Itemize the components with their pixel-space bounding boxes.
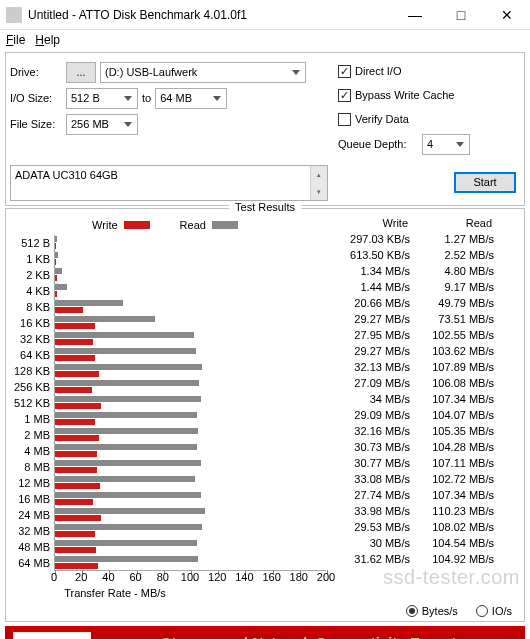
bar-row [55, 475, 326, 491]
to-label: to [142, 92, 151, 104]
menu-file[interactable]: File [6, 33, 25, 47]
direct-io-checkbox[interactable]: ✓ Direct I/O [338, 59, 520, 83]
write-value: 33.08 MB/s [330, 471, 414, 487]
y-tick-label: 8 KB [6, 299, 50, 315]
description-field[interactable]: ADATA UC310 64GB ▴ ▾ [10, 165, 328, 201]
legend-read-swatch [212, 221, 238, 229]
browse-button[interactable]: ... [66, 62, 96, 83]
radio-unselected-icon [476, 605, 488, 617]
table-row: 32.13 MB/s107.89 MB/s [330, 359, 498, 375]
read-value: 4.80 MB/s [414, 263, 498, 279]
read-value: 107.34 MB/s [414, 391, 498, 407]
y-tick-label: 12 MB [6, 475, 50, 491]
read-bar [55, 508, 205, 514]
read-value: 104.92 MB/s [414, 551, 498, 567]
ios-label: IO/s [492, 605, 512, 617]
write-bar [55, 483, 100, 489]
iosize-to-select[interactable] [155, 88, 227, 109]
filesize-select[interactable] [66, 114, 138, 135]
read-value: 104.07 MB/s [414, 407, 498, 423]
table-row: 33.98 MB/s110.23 MB/s [330, 503, 498, 519]
y-tick-label: 1 MB [6, 411, 50, 427]
table-row: 30.77 MB/s107.11 MB/s [330, 455, 498, 471]
bar-row [55, 331, 326, 347]
y-tick-label: 8 MB [6, 459, 50, 475]
bytes-radio[interactable]: Bytes/s [406, 605, 458, 617]
queue-depth-select[interactable] [422, 134, 470, 155]
write-bar [55, 467, 97, 473]
bypass-checkbox[interactable]: ✓ Bypass Write Cache [338, 83, 520, 107]
write-bar [55, 259, 56, 265]
read-bar [55, 348, 196, 354]
qd-label: Queue Depth: [338, 138, 422, 150]
description-text: ADATA UC310 64GB [15, 169, 118, 181]
start-button[interactable]: Start [454, 172, 516, 193]
write-value: 29.53 MB/s [330, 519, 414, 535]
read-value: 105.35 MB/s [414, 423, 498, 439]
write-value: 29.09 MB/s [330, 407, 414, 423]
table-row: 30.73 MB/s104.28 MB/s [330, 439, 498, 455]
table-row: 32.16 MB/s105.35 MB/s [330, 423, 498, 439]
write-value: 31.62 MB/s [330, 551, 414, 567]
read-bar [55, 396, 201, 402]
bar-row [55, 555, 326, 571]
menubar: File Help [0, 30, 530, 50]
verify-checkbox[interactable]: Verify Data [338, 107, 520, 131]
read-value: 9.17 MB/s [414, 279, 498, 295]
radio-selected-icon [406, 605, 418, 617]
maximize-button[interactable]: □ [438, 0, 484, 30]
verify-label: Verify Data [355, 113, 409, 125]
y-tick-label: 4 KB [6, 283, 50, 299]
bar-row [55, 347, 326, 363]
write-value: 34 MB/s [330, 391, 414, 407]
footer-line1: Storage and Network Connectivity Experts [99, 634, 525, 640]
write-value: 33.98 MB/s [330, 503, 414, 519]
y-tick-label: 256 KB [6, 379, 50, 395]
table-row: 27.09 MB/s106.08 MB/s [330, 375, 498, 391]
write-value: 30.77 MB/s [330, 455, 414, 471]
write-value: 297.03 KB/s [330, 231, 414, 247]
x-tick-label: 20 [75, 571, 87, 583]
table-row: 29.09 MB/s104.07 MB/s [330, 407, 498, 423]
y-tick-label: 16 KB [6, 315, 50, 331]
description-spinner[interactable]: ▴ ▾ [310, 166, 327, 200]
read-value: 107.34 MB/s [414, 487, 498, 503]
spin-up-icon[interactable]: ▴ [310, 166, 327, 183]
bar-row [55, 363, 326, 379]
col-read-header: Read [414, 217, 498, 229]
write-bar [55, 355, 95, 361]
write-value: 27.95 MB/s [330, 327, 414, 343]
bar-row [55, 395, 326, 411]
window-title: Untitled - ATTO Disk Benchmark 4.01.0f1 [28, 8, 392, 22]
read-bar [55, 412, 197, 418]
spin-down-icon[interactable]: ▾ [310, 183, 327, 200]
bar-row [55, 507, 326, 523]
write-value: 1.44 MB/s [330, 279, 414, 295]
results-title: Test Results [229, 201, 301, 213]
y-tick-label: 512 B [6, 235, 50, 251]
menu-help[interactable]: Help [35, 33, 60, 47]
write-bar [55, 515, 101, 521]
bar-row [55, 523, 326, 539]
y-tick-label: 24 MB [6, 507, 50, 523]
write-value: 1.34 MB/s [330, 263, 414, 279]
chart-y-labels: 512 B1 KB2 KB4 KB8 KB16 KB32 KB64 KB128 … [6, 235, 54, 599]
read-value: 106.08 MB/s [414, 375, 498, 391]
ios-radio[interactable]: IO/s [476, 605, 512, 617]
y-tick-label: 128 KB [6, 363, 50, 379]
footer-banner: ATTO Storage and Network Connectivity Ex… [5, 626, 525, 639]
write-value: 32.13 MB/s [330, 359, 414, 375]
read-bar [55, 444, 197, 450]
minimize-button[interactable]: — [392, 0, 438, 30]
close-button[interactable]: ✕ [484, 0, 530, 30]
read-bar [55, 380, 199, 386]
write-value: 29.27 MB/s [330, 343, 414, 359]
drive-select[interactable] [100, 62, 306, 83]
write-value: 27.74 MB/s [330, 487, 414, 503]
table-row: 20.66 MB/s49.79 MB/s [330, 295, 498, 311]
table-row: 297.03 KB/s1.27 MB/s [330, 231, 498, 247]
iosize-from-select[interactable] [66, 88, 138, 109]
read-bar [55, 316, 155, 322]
write-bar [55, 419, 95, 425]
read-bar [55, 332, 194, 338]
